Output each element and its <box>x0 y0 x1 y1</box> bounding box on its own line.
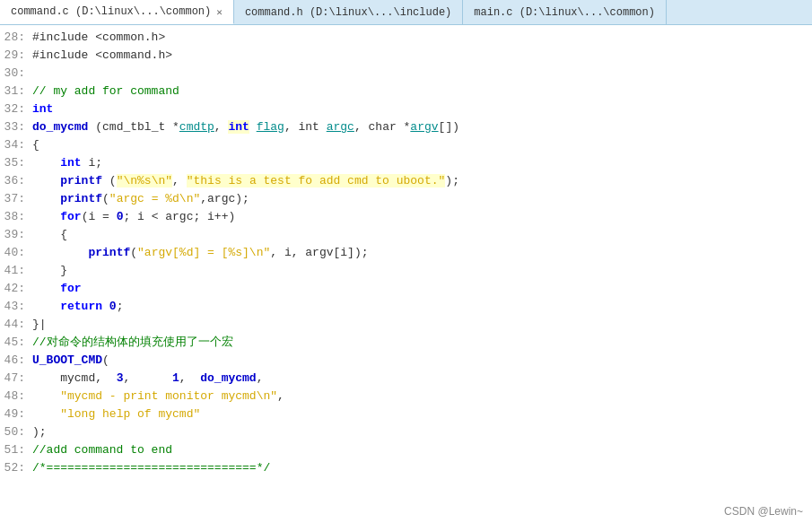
code-line: 33: do_mycmd (cmd_tbl_t *cmdtp, int flag… <box>0 118 812 136</box>
code-line: 49: "long help of mycmd" <box>0 405 812 423</box>
tab-label: command.h (D:\linux\...\include) <box>245 6 451 19</box>
code-line: 48: "mycmd - print monitor mycmd\n", <box>0 388 812 405</box>
code-line: 44: }| <box>0 316 812 334</box>
code-line: 36: printf ("\n%s\n", "this is a test fo… <box>0 172 812 190</box>
close-icon[interactable]: ✕ <box>216 6 223 18</box>
code-line: 28: #include <common.h> <box>0 29 812 47</box>
tab-command-c[interactable]: command.c (D:\linux\...\common) ✕ <box>0 0 234 24</box>
tab-label: command.c (D:\linux\...\common) <box>11 5 211 18</box>
code-line: 31: // my add for command <box>0 83 812 100</box>
tab-label: main.c (D:\linux\...\common) <box>474 6 655 19</box>
code-line: 34: { <box>0 136 812 154</box>
code-line: 45: //对命令的结构体的填充使用了一个宏 <box>0 334 812 352</box>
code-line: 41: } <box>0 262 812 280</box>
code-line: 32: int <box>0 100 812 118</box>
footer-credit: CSDN @Lewin~ <box>724 505 803 518</box>
tab-bar: command.c (D:\linux\...\common) ✕ comman… <box>0 0 812 25</box>
code-line: 42: for <box>0 280 812 298</box>
code-line: 47: mycmd, 3, 1, do_mycmd, <box>0 370 812 388</box>
code-line: 52: /*==============================*/ <box>0 459 812 477</box>
code-line: 39: { <box>0 226 812 244</box>
code-line: 50: ); <box>0 423 812 441</box>
code-line: 29: #include <command.h> <box>0 47 812 65</box>
code-editor[interactable]: 28: #include <common.h> 29: #include <co… <box>0 25 812 523</box>
code-line: 37: printf("argc = %d\n",argc); <box>0 190 812 208</box>
code-line: 30: <box>0 65 812 83</box>
code-line: 35: int i; <box>0 154 812 172</box>
code-line: 43: return 0; <box>0 298 812 316</box>
code-line: 46: U_BOOT_CMD( <box>0 352 812 370</box>
tab-command-h[interactable]: command.h (D:\linux\...\include) <box>234 0 463 24</box>
tab-main-c[interactable]: main.c (D:\linux\...\common) <box>463 0 667 24</box>
code-line: 40: printf("argv[%d] = [%s]\n", i, argv[… <box>0 244 812 262</box>
code-line: 51: //add command to end <box>0 441 812 459</box>
code-line: 38: for(i = 0; i < argc; i++) <box>0 208 812 226</box>
